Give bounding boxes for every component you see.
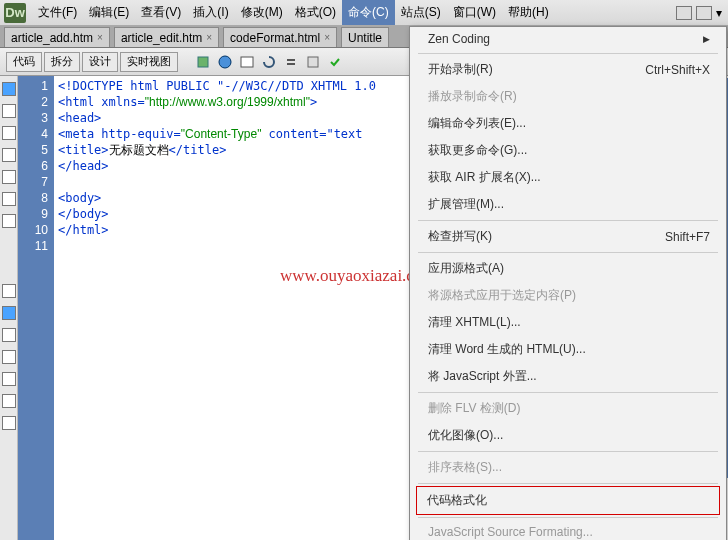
code-format-item[interactable]: 代码格式化 xyxy=(416,486,720,515)
close-icon[interactable]: × xyxy=(97,32,103,43)
gutter-icon[interactable] xyxy=(2,126,16,140)
zen-coding-item[interactable]: Zen Coding xyxy=(410,27,726,51)
menu-5[interactable]: 格式(O) xyxy=(289,0,342,25)
check-spelling-item[interactable]: 检查拼写(K)Shift+F7 xyxy=(410,223,726,250)
split-view-button[interactable]: 拆分 xyxy=(44,52,80,72)
gutter-icon[interactable] xyxy=(2,416,16,430)
separator xyxy=(418,53,718,54)
doc-tab[interactable]: article_add.htm× xyxy=(4,27,110,47)
gutter-icon[interactable] xyxy=(2,82,16,96)
svg-point-1 xyxy=(219,56,231,68)
layout-switcher[interactable]: ▾ xyxy=(676,6,728,20)
menu-8[interactable]: 窗口(W) xyxy=(447,0,502,25)
layout-icon[interactable] xyxy=(696,6,712,20)
menu-1[interactable]: 编辑(E) xyxy=(83,0,135,25)
separator xyxy=(418,451,718,452)
left-gutter xyxy=(0,76,18,540)
gutter-icon[interactable] xyxy=(2,192,16,206)
refresh-icon[interactable] xyxy=(260,53,278,71)
close-icon[interactable]: × xyxy=(324,32,330,43)
gutter-icon[interactable] xyxy=(2,394,16,408)
svg-rect-0 xyxy=(198,57,208,67)
edit-command-list-item[interactable]: 编辑命令列表(E)... xyxy=(410,110,726,137)
doc-tab[interactable]: Untitle xyxy=(341,27,389,47)
gutter-icon[interactable] xyxy=(2,350,16,364)
svg-rect-2 xyxy=(241,57,253,67)
apply-format-selection-item: 将源格式应用于选定内容(P) xyxy=(410,282,726,309)
menu-2[interactable]: 查看(V) xyxy=(135,0,187,25)
close-icon[interactable]: × xyxy=(206,32,212,43)
externalize-js-item[interactable]: 将 JavaScript 外置... xyxy=(410,363,726,390)
design-view-button[interactable]: 设计 xyxy=(82,52,118,72)
remove-flv-item: 删除 FLV 检测(D) xyxy=(410,395,726,422)
commands-menu-dropdown: Zen Coding 开始录制(R)Ctrl+Shift+X 播放录制命令(R)… xyxy=(409,26,727,540)
gutter-icon[interactable] xyxy=(2,104,16,118)
menu-bar: Dw 文件(F)编辑(E)查看(V)插入(I)修改(M)格式(O)命令(C)站点… xyxy=(0,0,728,26)
menu-0[interactable]: 文件(F) xyxy=(32,0,83,25)
svg-rect-3 xyxy=(308,57,318,67)
sort-table-item: 排序表格(S)... xyxy=(410,454,726,481)
play-recording-item: 播放录制命令(R) xyxy=(410,83,726,110)
menu-3[interactable]: 插入(I) xyxy=(187,0,234,25)
extension-manager-item[interactable]: 扩展管理(M)... xyxy=(410,191,726,218)
menu-9[interactable]: 帮助(H) xyxy=(502,0,555,25)
doc-tab[interactable]: codeFormat.html× xyxy=(223,27,337,47)
separator xyxy=(418,392,718,393)
get-air-ext-item[interactable]: 获取 AIR 扩展名(X)... xyxy=(410,164,726,191)
js-source-formatting-item[interactable]: JavaScript Source Formating... xyxy=(410,520,726,540)
gutter-icon[interactable] xyxy=(2,306,16,320)
menu-7[interactable]: 站点(S) xyxy=(395,0,447,25)
optimize-image-item[interactable]: 优化图像(O)... xyxy=(410,422,726,449)
doc-tab[interactable]: article_edit.htm× xyxy=(114,27,219,47)
globe-icon[interactable] xyxy=(216,53,234,71)
layout-icon[interactable] xyxy=(676,6,692,20)
menu-4[interactable]: 修改(M) xyxy=(235,0,289,25)
gutter-icon[interactable] xyxy=(2,214,16,228)
dropdown-arrow-icon[interactable]: ▾ xyxy=(716,6,722,20)
live-view-button[interactable]: 实时视图 xyxy=(120,52,178,72)
code-view-button[interactable]: 代码 xyxy=(6,52,42,72)
get-more-commands-item[interactable]: 获取更多命令(G)... xyxy=(410,137,726,164)
inspect-icon[interactable] xyxy=(194,53,212,71)
validate-icon[interactable] xyxy=(326,53,344,71)
line-numbers: 1234567891011 xyxy=(18,76,54,540)
clean-word-html-item[interactable]: 清理 Word 生成的 HTML(U)... xyxy=(410,336,726,363)
menu-6[interactable]: 命令(C) xyxy=(342,0,395,25)
gutter-icon[interactable] xyxy=(2,372,16,386)
clean-xhtml-item[interactable]: 清理 XHTML(L)... xyxy=(410,309,726,336)
browser-icon[interactable] xyxy=(238,53,256,71)
separator xyxy=(418,220,718,221)
start-recording-item[interactable]: 开始录制(R)Ctrl+Shift+X xyxy=(410,56,726,83)
separator xyxy=(418,483,718,484)
nav-icon[interactable] xyxy=(282,53,300,71)
apply-source-format-item[interactable]: 应用源格式(A) xyxy=(410,255,726,282)
app-logo: Dw xyxy=(4,3,26,23)
gutter-icon[interactable] xyxy=(2,170,16,184)
separator xyxy=(418,252,718,253)
gutter-icon[interactable] xyxy=(2,148,16,162)
separator xyxy=(418,517,718,518)
gutter-icon[interactable] xyxy=(2,284,16,298)
options-icon[interactable] xyxy=(304,53,322,71)
gutter-icon[interactable] xyxy=(2,328,16,342)
